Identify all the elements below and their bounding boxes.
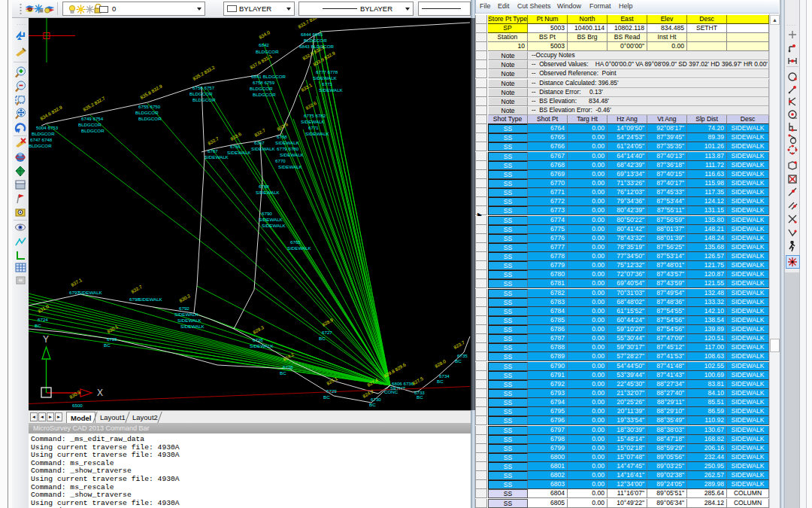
svg-text:SIDEWALK: SIDEWALK [205,154,229,160]
svg-text:SIDEWALK: SIDEWALK [275,140,300,145]
svg-text:6775 6782: 6775 6782 [304,113,326,118]
svg-text:834.6 832.9: 834.6 832.9 [39,104,63,121]
svg-text:6773: 6773 [322,81,332,87]
svg-text:6367: 6367 [254,140,265,145]
svg-text:6725: 6725 [107,336,117,342]
svg-text:835.2 832.7: 835.2 832.7 [82,95,106,112]
svg-text:BC: BC [35,323,41,328]
svg-text:BLDGCOR: BLDGCOR [32,131,55,136]
svg-text:829.3: 829.3 [252,324,265,335]
svg-text:6844 6845: 6844 6845 [301,32,323,37]
svg-text:6735: 6735 [457,353,468,358]
svg-text:837.6 831.1: 837.6 831.1 [249,53,273,70]
svg-text:834.0: 834.0 [258,29,271,40]
svg-text:6749 6754: 6749 6754 [81,116,104,121]
svg-text:BC: BC [319,336,326,341]
svg-text:6734: 6734 [439,373,450,379]
svg-text:SIDEWALK: SIDEWALK [259,217,283,222]
svg-text:BLDGCOR: BLDGCOR [29,143,52,148]
svg-text:6729: 6729 [326,388,337,394]
svg-text:6726: 6726 [253,337,263,342]
svg-text:830.3: 830.3 [68,389,81,400]
svg-text:6771: 6771 [308,125,319,130]
svg-text:SIDEWALK: SIDEWALK [251,146,276,151]
svg-text:BLDGCOR: BLDGCOR [135,110,159,115]
svg-text:6500: 6500 [72,403,83,408]
svg-text:823.7: 823.7 [453,339,465,350]
svg-text:BC: BC [369,402,376,407]
svg-text:833.7 833.1: 833.7 833.1 [297,18,321,29]
svg-text:SIDEWALK: SIDEWALK [313,75,338,81]
svg-text:837.1: 837.1 [70,277,83,287]
svg-text:6724: 6724 [38,317,48,322]
svg-text:832.7: 832.7 [130,284,143,294]
svg-text:6779 6780: 6779 6780 [277,146,299,151]
svg-text:832.6: 832.6 [304,100,317,111]
svg-text:SIDEWALK: SIDEWALK [256,190,280,195]
svg-text:6841 BLDGCOR: 6841 BLDGCOR [251,74,286,79]
svg-text:6770: 6770 [275,158,286,163]
svg-text:SIDEWALK: SIDEWALK [319,87,344,93]
svg-text:SIDEWALK: SIDEWALK [138,297,163,302]
svg-text:830.2: 830.2 [178,293,191,303]
svg-text:6756 6757: 6756 6757 [192,85,215,90]
svg-text:BLDGCOR: BLDGCOR [253,92,276,97]
svg-text:6766: 6766 [230,144,241,149]
svg-text:6842: 6842 [259,42,269,47]
svg-text:833.1: 833.1 [300,82,313,93]
svg-text:SIDEWALK: SIDEWALK [250,343,274,348]
svg-text:BLDGCOR: BLDGCOR [192,97,216,102]
svg-text:SIDEWALK: SIDEWALK [180,324,205,329]
svg-text:BC: BC [437,379,444,384]
svg-text:6790: 6790 [262,211,272,216]
svg-text:828.0: 828.0 [434,358,447,369]
svg-text:BC: BC [280,370,286,376]
svg-text:BLDGCOR: BLDGCOR [250,86,273,91]
svg-text:6788: 6788 [259,184,269,189]
svg-text:6727: 6727 [322,330,332,335]
svg-text:BLDGCOR: BLDGCOR [189,91,213,96]
svg-text:BLDGCOR: BLDGCOR [81,128,105,133]
svg-text:SIDEWALK: SIDEWALK [301,119,326,124]
svg-text:SIDEWALK: SIDEWALK [227,150,252,155]
svg-text:SIDEWALK: SIDEWALK [278,164,303,169]
svg-text:BLDGCOR: BLDGCOR [304,38,327,43]
svg-text:BC: BC [417,394,423,400]
svg-text:832.7: 832.7 [253,127,266,138]
svg-text:CONC: CONC [384,389,398,394]
svg-text:SIDEWALK: SIDEWALK [305,131,330,136]
svg-text:BLDGCOR: BLDGCOR [78,122,102,127]
svg-text:SIDEWALK: SIDEWALK [177,318,202,323]
svg-text:5004 6753: 5004 6753 [36,125,59,130]
svg-text:6767: 6767 [208,148,218,154]
svg-text:SIDEWALK: SIDEWALK [262,223,286,228]
svg-text:SIDEWALK: SIDEWALK [174,312,199,317]
svg-text:835.2 833.2: 835.2 833.2 [192,64,216,81]
svg-text:SIDEWALK: SIDEWALK [280,152,304,157]
svg-text:6755 6750: 6755 6750 [138,104,161,109]
svg-text:827.5: 827.5 [411,376,424,386]
svg-text:SIDEWALK: SIDEWALK [287,245,312,251]
svg-text:6758 6759: 6758 6759 [253,80,275,85]
svg-text:BLDGCOR: BLDGCOR [256,49,279,54]
svg-text:BC: BC [455,358,462,364]
svg-text:6730: 6730 [371,397,381,402]
svg-text:Y: Y [43,334,49,345]
svg-text:6777 6778: 6777 6778 [316,69,338,75]
svg-text:X: X [97,388,103,398]
svg-text:BC: BC [104,342,111,348]
svg-text:6747 6748: 6747 6748 [30,137,53,142]
svg-text:SIDEWALK: SIDEWALK [78,290,103,295]
svg-text:6765: 6765 [290,239,301,245]
svg-text:6768: 6768 [277,134,287,139]
svg-text:833.6: 833.6 [229,131,242,141]
svg-text:6792: 6792 [179,306,189,311]
svg-text:832.7: 832.7 [207,135,220,146]
svg-text:6843 BLDGCOR: 6843 BLDGCOR [299,44,335,49]
svg-text:BLDGCOR: BLDGCOR [138,116,162,121]
svg-text:6728: 6728 [283,364,293,370]
svg-text:BC: BC [323,394,330,400]
svg-text:835.8 832.9: 835.8 832.9 [139,83,163,100]
